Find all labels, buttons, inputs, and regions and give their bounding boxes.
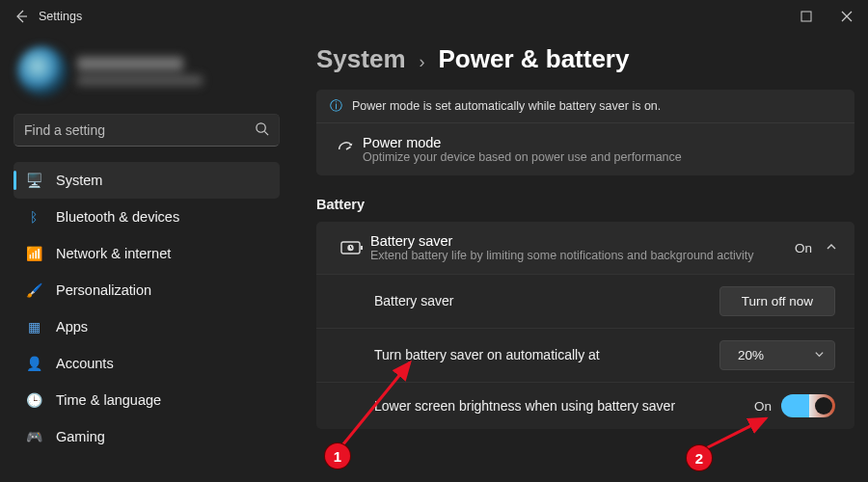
sidebar-item-personalization[interactable]: 🖌️Personalization <box>14 272 280 308</box>
breadcrumb-parent[interactable]: System <box>316 44 406 74</box>
title-bar: Settings <box>0 0 868 33</box>
profile-text <box>77 57 203 86</box>
sidebar-item-network-internet[interactable]: 📶Network & internet <box>14 235 280 272</box>
svg-rect-0 <box>801 12 811 21</box>
nav-icon: ▦ <box>25 319 42 335</box>
power-mode-title: Power mode <box>363 135 841 150</box>
nav-label: Personalization <box>56 282 151 298</box>
chevron-down-icon <box>814 348 825 362</box>
svg-point-1 <box>257 122 265 131</box>
nav-label: Gaming <box>56 429 105 444</box>
nav-icon: 🖌️ <box>25 282 42 298</box>
arrow-left-icon <box>14 9 29 24</box>
brightness-toggle[interactable] <box>781 394 835 417</box>
search-box[interactable] <box>14 114 280 147</box>
sidebar-item-time-language[interactable]: 🕒Time & language <box>14 382 280 418</box>
info-banner: ⓘ Power mode is set automatically while … <box>316 90 854 122</box>
nav-icon: ᛒ <box>25 209 42 225</box>
row-turn-off-label: Battery saver <box>374 292 719 310</box>
chevron-up-icon <box>826 241 837 255</box>
power-mode-icon <box>330 139 363 160</box>
nav-label: Accounts <box>56 356 114 371</box>
battery-saver-icon <box>334 239 370 256</box>
back-button[interactable] <box>6 1 37 32</box>
nav-label: Time & language <box>56 392 161 408</box>
turn-off-now-button[interactable]: Turn off now <box>719 286 835 316</box>
close-icon <box>841 11 853 22</box>
auto-threshold-dropdown[interactable]: 20% <box>719 340 835 370</box>
sidebar-item-apps[interactable]: ▦Apps <box>14 308 280 345</box>
annotation-marker-2: 2 <box>687 445 712 470</box>
nav-icon: 📶 <box>25 246 42 261</box>
search-input[interactable] <box>24 122 255 138</box>
close-button[interactable] <box>831 1 862 32</box>
nav-label: Apps <box>56 319 88 335</box>
nav-label: Network & internet <box>56 246 171 261</box>
avatar <box>17 46 68 96</box>
battery-saver-state: On <box>795 241 812 255</box>
power-mode-card[interactable]: Power mode Optimize your device based on… <box>316 122 854 175</box>
nav-label: Bluetooth & devices <box>56 209 179 225</box>
battery-saver-subtitle: Extend battery life by limiting some not… <box>370 249 785 262</box>
maximize-icon <box>800 11 812 22</box>
content-area: System › Power & battery ⓘ Power mode is… <box>289 33 868 482</box>
window-title: Settings <box>39 10 82 23</box>
info-icon: ⓘ <box>330 97 342 115</box>
sidebar-item-bluetooth-devices[interactable]: ᛒBluetooth & devices <box>14 199 280 235</box>
search-icon <box>255 121 269 140</box>
nav-label: System <box>56 173 102 188</box>
breadcrumb: System › Power & battery <box>316 44 854 74</box>
brightness-toggle-state: On <box>754 399 772 414</box>
nav-icon: 🎮 <box>25 429 42 444</box>
nav-icon: 🖥️ <box>25 173 42 188</box>
sidebar-item-accounts[interactable]: 👤Accounts <box>14 345 280 382</box>
battery-saver-panel[interactable]: Battery saver Extend battery life by lim… <box>316 222 854 274</box>
row-auto-on: Turn battery saver on automatically at 2… <box>316 328 854 382</box>
power-mode-subtitle: Optimize your device based on power use … <box>363 150 841 164</box>
auto-threshold-value: 20% <box>738 348 764 362</box>
row-brightness-label: Lower screen brightness when using batte… <box>374 397 754 415</box>
sidebar-item-gaming[interactable]: 🎮Gaming <box>14 418 280 455</box>
sidebar-item-system[interactable]: 🖥️System <box>14 162 280 199</box>
nav-icon: 👤 <box>25 356 42 371</box>
nav-icon: 🕒 <box>25 392 42 408</box>
info-banner-text: Power mode is set automatically while ba… <box>352 99 661 113</box>
chevron-right-icon: › <box>420 52 425 72</box>
page-title: Power & battery <box>439 44 630 74</box>
sidebar: 🖥️SystemᛒBluetooth & devices📶Network & i… <box>0 33 289 482</box>
maximize-button[interactable] <box>791 1 822 32</box>
svg-rect-3 <box>361 246 363 250</box>
nav-list: 🖥️SystemᛒBluetooth & devices📶Network & i… <box>14 162 280 455</box>
profile-block[interactable] <box>14 39 280 108</box>
battery-saver-title: Battery saver <box>370 233 785 249</box>
row-turn-off: Battery saver Turn off now <box>316 274 854 328</box>
battery-section-header: Battery <box>316 197 854 212</box>
annotation-marker-1: 1 <box>325 443 350 469</box>
row-brightness: Lower screen brightness when using batte… <box>316 382 854 429</box>
row-auto-on-label: Turn battery saver on automatically at <box>374 346 719 364</box>
